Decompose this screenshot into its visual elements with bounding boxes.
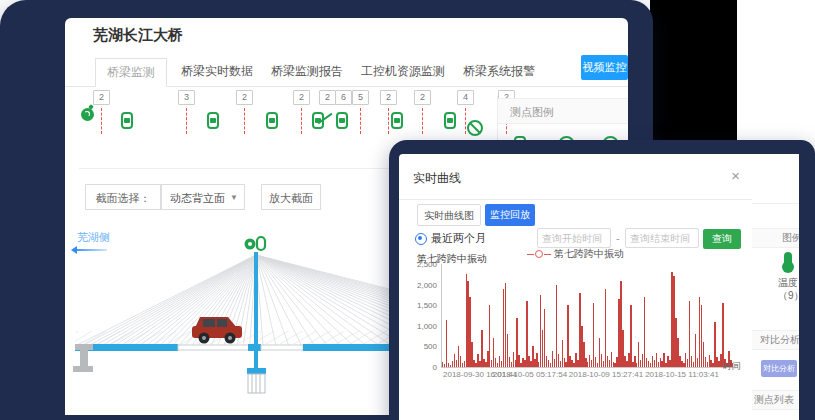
fragment-divider bbox=[752, 203, 799, 204]
sensor-count-badge: 6 bbox=[335, 90, 352, 105]
sensor-count-badge: 2 bbox=[414, 90, 431, 105]
sensor-link-icon bbox=[391, 112, 403, 129]
y-tick-label: 2,500 bbox=[401, 260, 437, 269]
sensor-count-badge: 3 bbox=[178, 90, 195, 105]
close-icon[interactable]: × bbox=[731, 167, 740, 184]
sensor-link-icon bbox=[121, 112, 133, 129]
vibration-chart-plot bbox=[441, 264, 734, 368]
background-page-fragment: 图例 温度 （9） 对比分析 对比分析 测点列表 bbox=[752, 154, 799, 420]
main-tabbar: 桥梁监测 桥梁实时数据 桥梁监测报告 工控机资源监测 桥梁系统报警 bbox=[65, 58, 628, 87]
x-tick-label: 2018-10-15 11:03:41 bbox=[645, 370, 719, 379]
pier-piles bbox=[248, 374, 265, 393]
query-button[interactable]: 查询 bbox=[703, 229, 741, 249]
fragment-legend-header: 图例 bbox=[752, 228, 799, 248]
chart-bar bbox=[605, 289, 606, 367]
sensor-ban-icon bbox=[467, 120, 483, 136]
legend-line-icon bbox=[527, 254, 534, 255]
thermometer-icon bbox=[784, 252, 792, 268]
sensor-timer-icon bbox=[81, 108, 94, 121]
legend-panel-header: 测点图例 bbox=[498, 98, 628, 124]
sensor-count-badge: 2 bbox=[236, 90, 253, 105]
y-tick-label: 0 bbox=[401, 363, 437, 372]
sensor-count-badge: 2 bbox=[319, 90, 336, 105]
sensor-count-badge: 2 bbox=[93, 90, 110, 105]
zoom-section-button[interactable]: 放大截面 bbox=[261, 184, 321, 210]
query-end-time-input[interactable] bbox=[625, 228, 699, 248]
section-select-value: 动态背立面 bbox=[170, 192, 225, 204]
section-select-label: 截面选择： bbox=[85, 184, 161, 210]
y-tick-label: 1,000 bbox=[401, 322, 437, 331]
date-range-separator: - bbox=[616, 232, 620, 244]
modal-title: 实时曲线 bbox=[413, 170, 461, 187]
pylon bbox=[254, 252, 258, 374]
fragment-points-header: 测点列表 bbox=[752, 390, 799, 410]
sensor-dash-line bbox=[388, 108, 389, 134]
chart-bar bbox=[446, 320, 447, 367]
sensor-link-icon bbox=[336, 112, 348, 129]
fragment-compare-header: 对比分析 bbox=[752, 330, 799, 350]
temperature-count: （9） bbox=[778, 289, 799, 303]
y-tick-label: 2,000 bbox=[401, 281, 437, 290]
sensor-dash-line bbox=[360, 108, 361, 134]
sensor-count-badge: 4 bbox=[457, 90, 474, 105]
deck-gap-left bbox=[178, 345, 251, 350]
sensor-dash-line bbox=[422, 108, 423, 134]
sensor-dash-line bbox=[186, 108, 187, 134]
video-monitor-button[interactable]: 视频监控 bbox=[581, 55, 628, 80]
last-two-months-label: 最近两个月 bbox=[431, 231, 486, 246]
x-tick-label: 2018-10-09 15:27:41 bbox=[569, 370, 643, 379]
query-start-time-input[interactable] bbox=[537, 228, 611, 248]
modal-header: 实时曲线 × bbox=[399, 154, 752, 200]
stage: 芜湖长江大桥 桥梁监测 桥梁实时数据 桥梁监测报告 工控机资源监测 桥梁系统报警… bbox=[0, 0, 815, 420]
sensor-count-badge: 5 bbox=[352, 90, 369, 105]
y-tick-label: 1,500 bbox=[401, 301, 437, 310]
pylon-top-sensor-icons bbox=[245, 237, 266, 250]
legend-marker-icon bbox=[535, 250, 543, 258]
y-tick-label: 500 bbox=[401, 342, 437, 351]
deck-center bbox=[248, 344, 261, 351]
last-two-months-radio[interactable] bbox=[415, 233, 427, 245]
background-black-block bbox=[650, 0, 737, 140]
abutment bbox=[73, 344, 93, 372]
sensor-count-badge: 2 bbox=[380, 90, 397, 105]
realtime-curve-modal: 实时曲线 × 实时曲线图 监控回放 最近两个月 - 查询 第七跨跨中振动 第七跨… bbox=[399, 154, 753, 420]
section-select-dropdown[interactable]: 动态背立面 ▼ bbox=[161, 184, 245, 210]
chevron-down-icon: ▼ bbox=[230, 185, 238, 211]
temperature-label: 温度 bbox=[778, 276, 798, 290]
sensor-dash-line bbox=[301, 108, 302, 134]
pier-cap bbox=[247, 368, 266, 374]
chart-bar bbox=[722, 303, 723, 367]
tab-monitoring-report[interactable]: 桥梁监测报告 bbox=[265, 58, 349, 85]
sensor-count-badge: 2 bbox=[293, 90, 310, 105]
tab-ipc-resource[interactable]: 工控机资源监测 bbox=[355, 58, 451, 85]
sensor-dash-line bbox=[244, 108, 245, 134]
modal-tab-playback[interactable]: 监控回放 bbox=[485, 204, 535, 226]
tab-bridge-monitoring[interactable]: 桥梁监测 bbox=[95, 58, 167, 87]
sensor-dash-line bbox=[465, 108, 466, 134]
sensor-dash-line bbox=[101, 108, 102, 134]
chart-bar bbox=[644, 297, 645, 367]
page-title: 芜湖长江大桥 bbox=[93, 26, 183, 45]
legend-series-name: 第七跨跨中振动 bbox=[554, 248, 624, 259]
sensor-link-icon bbox=[207, 112, 219, 129]
sensor-link-icon bbox=[266, 112, 278, 129]
deck-gap-right bbox=[261, 345, 303, 350]
legend-line-icon bbox=[544, 254, 551, 255]
chart-x-axis-name: 时间 bbox=[723, 360, 741, 373]
sensor-link-icon bbox=[444, 112, 456, 129]
x-tick-label: 2018-10-05 05:17:54 bbox=[493, 370, 567, 379]
chart-bar bbox=[630, 305, 631, 367]
compare-analysis-button[interactable]: 对比分析 bbox=[761, 360, 797, 377]
tab-system-alarm[interactable]: 桥梁系统报警 bbox=[457, 58, 541, 85]
tab-realtime-data[interactable]: 桥梁实时数据 bbox=[175, 58, 259, 85]
chart-bar bbox=[489, 305, 490, 367]
modal-tab-realtime-curve[interactable]: 实时曲线图 bbox=[417, 204, 481, 226]
